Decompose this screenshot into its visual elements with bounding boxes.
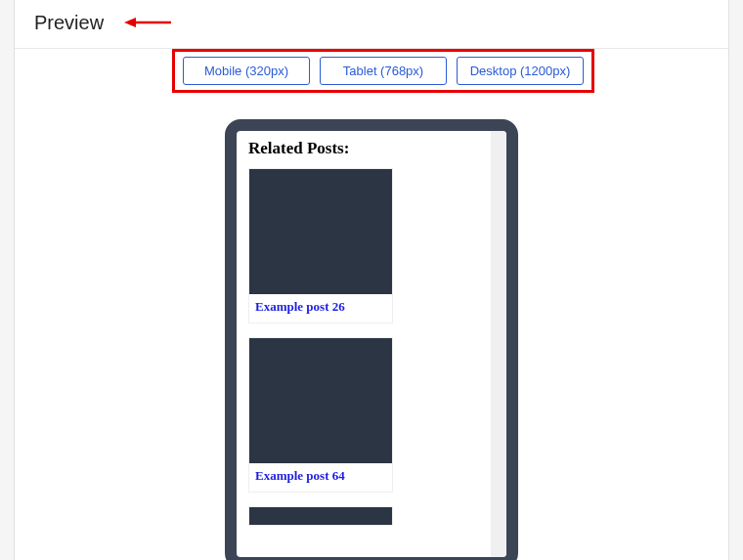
preview-header: Preview <box>15 0 728 49</box>
device-content: Related Posts: Example post 26 Example p… <box>237 131 506 557</box>
post-title[interactable]: Example post 64 <box>249 463 392 492</box>
viewport-buttons-highlight: Mobile (320px) Tablet (768px) Desktop (1… <box>172 49 594 93</box>
mobile-button[interactable]: Mobile (320px) <box>183 57 310 85</box>
post-thumbnail <box>249 338 392 463</box>
post-card[interactable]: Example post 26 <box>248 168 393 323</box>
post-thumbnail <box>249 169 392 294</box>
post-card[interactable]: Example post 64 <box>248 337 393 493</box>
related-heading: Related Posts: <box>248 139 495 158</box>
scrollbar-track[interactable] <box>491 131 506 557</box>
arrow-annotation-icon <box>124 16 171 29</box>
device-frame: Related Posts: Example post 26 Example p… <box>225 119 518 560</box>
post-thumbnail <box>249 507 392 525</box>
tablet-button[interactable]: Tablet (768px) <box>320 57 447 85</box>
post-card[interactable] <box>248 506 393 526</box>
preview-area: Related Posts: Example post 26 Example p… <box>15 49 728 560</box>
post-title[interactable]: Example post 26 <box>249 294 392 323</box>
preview-panel: Preview Mobile (320px) Tablet (768px) De… <box>14 0 729 560</box>
desktop-button[interactable]: Desktop (1200px) <box>457 57 584 85</box>
svg-marker-1 <box>124 18 136 27</box>
